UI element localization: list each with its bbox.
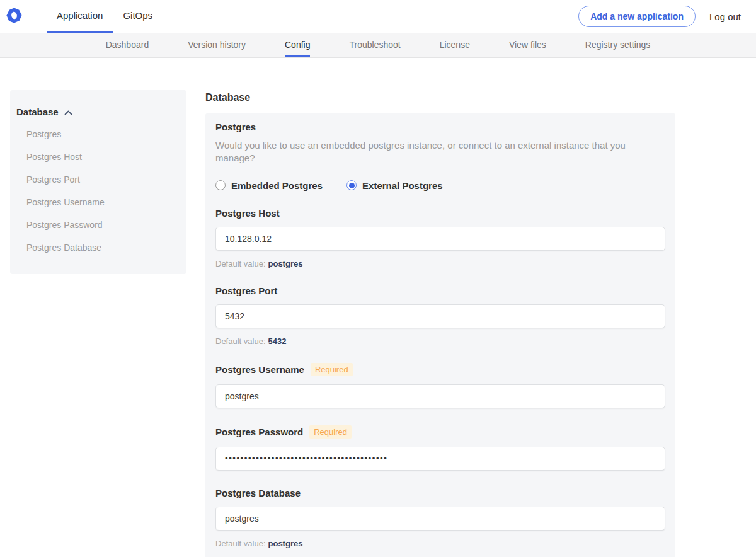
header-right: Add a new application Log out <box>578 0 741 33</box>
page-title: Database <box>205 92 675 103</box>
subnav-view-files[interactable]: View files <box>509 33 546 57</box>
subnav-config[interactable]: Config <box>285 33 310 57</box>
subnav-dashboard[interactable]: Dashboard <box>106 33 149 57</box>
subnav-registry-settings[interactable]: Registry settings <box>585 33 650 57</box>
sidebar-group-label: Database <box>16 106 59 117</box>
logout-button[interactable]: Log out <box>709 11 741 22</box>
config-group-panel: Postgres Would you like to use an embedd… <box>205 113 675 557</box>
sidebar-list: Postgres Postgres Host Postgres Port Pos… <box>10 123 186 259</box>
config-sidebar: Database Postgres Postgres Host Postgres… <box>10 90 186 274</box>
app-logo[interactable] <box>6 0 22 33</box>
radio-embedded-postgres[interactable]: Embedded Postgres <box>215 180 323 191</box>
sidebar-item-postgres-port[interactable]: Postgres Port <box>10 168 186 191</box>
header-tabs: Application GitOps <box>47 0 163 33</box>
sidebar-item-postgres-host[interactable]: Postgres Host <box>10 146 186 168</box>
app-header: Application GitOps Add a new application… <box>0 0 756 33</box>
config-main: Database Postgres Would you like to use … <box>205 90 675 557</box>
field-postgres-host: Postgres Host Default value:postgres <box>215 208 665 268</box>
postgres-port-input[interactable] <box>215 304 665 328</box>
field-label: Postgres Password <box>215 427 303 437</box>
add-new-application-button[interactable]: Add a new application <box>578 6 696 27</box>
field-label: Postgres Port <box>215 285 277 296</box>
sidebar-item-postgres-username[interactable]: Postgres Username <box>10 191 186 214</box>
field-postgres-username: Postgres Username Required <box>215 363 665 408</box>
content-area: Database Postgres Postgres Host Postgres… <box>0 58 756 557</box>
field-label: Postgres Database <box>215 488 301 498</box>
tab-gitops[interactable]: GitOps <box>113 0 163 33</box>
subnav-troubleshoot[interactable]: Troubleshoot <box>349 33 400 57</box>
radio-label: Embedded Postgres <box>231 180 323 191</box>
postgres-username-input[interactable] <box>215 384 665 408</box>
radio-label: External Postgres <box>362 180 443 191</box>
sidebar-group-database[interactable]: Database <box>10 106 186 117</box>
subnav-license[interactable]: License <box>440 33 470 57</box>
chevron-up-icon <box>64 106 72 117</box>
radio-circle-checked <box>346 180 357 190</box>
postgres-type-radio-group: Embedded Postgres External Postgres <box>215 180 665 191</box>
app-subnav: Dashboard Version history Config Trouble… <box>0 33 756 58</box>
config-group-label: Postgres <box>215 122 665 132</box>
subnav-version-history[interactable]: Version history <box>188 33 246 57</box>
postgres-password-input[interactable] <box>215 447 665 471</box>
field-postgres-password: Postgres Password Required <box>215 425 665 471</box>
config-group-help: Would you like to use an embedded postgr… <box>215 139 665 165</box>
sidebar-item-postgres-password[interactable]: Postgres Password <box>10 214 186 236</box>
default-value-note: Default value:postgres <box>215 259 665 268</box>
required-badge: Required <box>309 425 352 439</box>
sidebar-item-postgres[interactable]: Postgres <box>10 123 186 146</box>
replicated-logo-icon <box>6 8 22 26</box>
field-postgres-database: Postgres Database Default value:postgres <box>215 488 665 548</box>
sidebar-item-postgres-database[interactable]: Postgres Database <box>10 236 186 259</box>
field-label: Postgres Host <box>215 208 280 219</box>
postgres-host-input[interactable] <box>215 227 665 251</box>
radio-external-postgres[interactable]: External Postgres <box>346 180 443 191</box>
default-value-note: Default value:5432 <box>215 336 665 346</box>
required-badge: Required <box>311 363 353 376</box>
postgres-database-input[interactable] <box>215 507 665 531</box>
default-value-note: Default value:postgres <box>215 539 665 548</box>
radio-circle-unchecked <box>215 180 226 190</box>
tab-application[interactable]: Application <box>47 0 113 33</box>
field-label: Postgres Username <box>215 364 304 375</box>
field-postgres-port: Postgres Port Default value:5432 <box>215 285 665 346</box>
